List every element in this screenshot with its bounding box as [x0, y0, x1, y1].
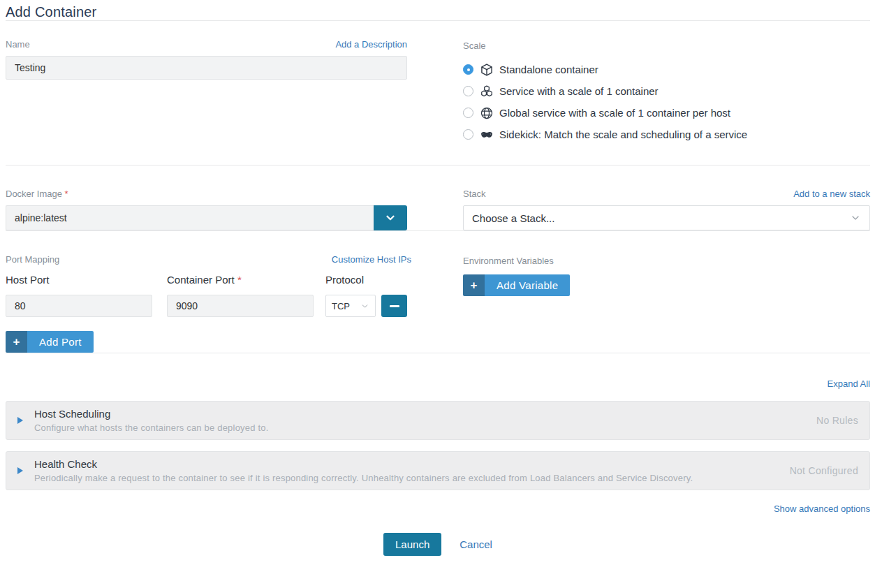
host-port-input[interactable] — [6, 295, 152, 317]
health-check-accordion[interactable]: Health Check Periodically make a request… — [6, 451, 870, 490]
docker-image-dropdown-button[interactable] — [374, 205, 407, 230]
docker-image-label: Docker Image * — [6, 189, 68, 199]
chevron-down-icon — [384, 212, 397, 224]
host-port-label: Host Port — [6, 274, 50, 286]
add-variable-button[interactable]: + Add Variable — [463, 274, 570, 296]
divider — [6, 353, 870, 353]
name-label: Name — [6, 39, 30, 50]
stack-section: Stack Add to a new stack Choose a Stack.… — [463, 189, 870, 230]
launch-button[interactable]: Launch — [383, 533, 441, 556]
status-badge: Not Configured — [790, 465, 858, 476]
radio-standalone[interactable] — [463, 64, 473, 75]
scale-option-label: Standalone container — [499, 64, 598, 75]
customize-host-ips-link[interactable]: Customize Host IPs — [332, 254, 411, 265]
form-footer: Launch Cancel — [6, 533, 870, 556]
accordion-title: Health Check — [34, 458, 776, 470]
accordion-subtitle: Configure what hosts the containers can … — [34, 422, 802, 433]
show-advanced-options-link[interactable]: Show advanced options — [774, 504, 870, 514]
scale-label: Scale — [463, 41, 486, 51]
divider — [6, 230, 870, 231]
page-title: Add Container — [6, 4, 870, 20]
docker-image-section: Docker Image * — [6, 189, 407, 230]
radio-sidekick[interactable] — [463, 129, 473, 140]
caret-right-icon[interactable] — [6, 467, 34, 474]
minus-icon — [390, 305, 399, 307]
cancel-button[interactable]: Cancel — [460, 538, 492, 550]
chevron-down-icon — [850, 212, 861, 223]
environment-variables-label: Environment Variables — [463, 256, 554, 266]
cube-icon — [480, 63, 494, 77]
scale-option-global[interactable]: Global service with a scale of 1 contain… — [463, 102, 870, 124]
globe-icon — [480, 106, 494, 120]
docker-image-input[interactable] — [6, 205, 374, 230]
add-variable-label: Add Variable — [485, 274, 570, 296]
host-scheduling-accordion[interactable]: Host Scheduling Configure what hosts the… — [6, 401, 870, 440]
scale-option-service[interactable]: Service with a scale of 1 container — [463, 80, 870, 102]
plus-icon: + — [463, 274, 485, 296]
add-new-stack-link[interactable]: Add to a new stack — [793, 189, 870, 199]
radio-global[interactable] — [463, 108, 473, 118]
protocol-field: Protocol TCP — [325, 274, 407, 317]
accordion-title: Host Scheduling — [34, 408, 802, 420]
image-stack-row: Docker Image * Stack Add to a new stack — [6, 189, 870, 230]
host-port-field: Host Port — [6, 274, 152, 317]
stack-select[interactable]: Choose a Stack... — [463, 205, 870, 230]
required-asterisk: * — [65, 189, 68, 199]
expand-all-link[interactable]: Expand All — [828, 378, 870, 389]
protocol-label: Protocol — [325, 274, 364, 286]
name-input[interactable] — [6, 56, 407, 80]
scale-option-label: Global service with a scale of 1 contain… — [499, 107, 730, 119]
stack-label: Stack — [463, 189, 486, 199]
scale-option-standalone[interactable]: Standalone container — [463, 59, 870, 80]
container-port-field: Container Port * — [167, 274, 314, 317]
caret-right-icon[interactable] — [6, 417, 34, 424]
divider — [6, 20, 870, 21]
scale-option-label: Sidekick: Match the scale and scheduling… — [499, 128, 747, 140]
status-badge: No Rules — [816, 415, 858, 426]
scale-option-sidekick[interactable]: Sidekick: Match the scale and scheduling… — [463, 124, 870, 145]
add-description-link[interactable]: Add a Description — [335, 39, 407, 50]
container-port-input[interactable] — [167, 295, 314, 317]
port-mapping-label: Port Mapping — [6, 254, 59, 265]
name-section: Name Add a Description — [6, 39, 407, 165]
port-mapping-section: Port Mapping Customize Host IPs Host Por… — [6, 254, 407, 353]
add-port-button[interactable]: + Add Port — [6, 331, 94, 353]
remove-port-button[interactable] — [381, 295, 407, 317]
scale-option-label: Service with a scale of 1 container — [499, 85, 659, 97]
stack-select-value: Choose a Stack... — [472, 212, 554, 224]
container-port-label: Container Port * — [167, 274, 242, 286]
add-port-label: Add Port — [27, 331, 94, 353]
cubes-icon — [480, 84, 494, 98]
scale-section: Scale Standalone container — [463, 39, 870, 165]
required-asterisk: * — [237, 274, 242, 286]
name-scale-row: Name Add a Description Scale — [6, 39, 870, 165]
chevron-down-icon — [360, 302, 369, 311]
environment-section: Environment Variables + Add Variable — [463, 254, 870, 353]
ports-env-row: Port Mapping Customize Host IPs Host Por… — [6, 254, 870, 353]
divider — [6, 165, 870, 166]
protocol-select-value: TCP — [332, 301, 350, 311]
accordion-subtitle: Periodically make a request to the conta… — [34, 473, 776, 483]
mask-icon — [480, 128, 494, 142]
add-container-form: Add Container Name Add a Description Sca… — [0, 0, 882, 556]
radio-service[interactable] — [463, 86, 473, 96]
protocol-select[interactable]: TCP — [325, 295, 376, 317]
plus-icon: + — [6, 331, 27, 353]
